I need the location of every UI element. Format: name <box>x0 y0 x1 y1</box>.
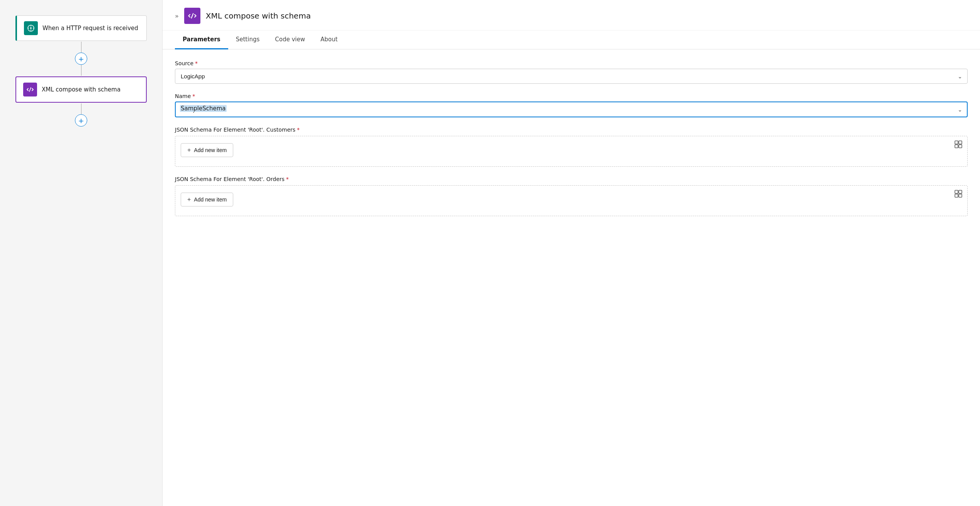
customers-required: * <box>297 127 300 133</box>
tab-about[interactable]: About <box>313 30 345 49</box>
svg-point-1 <box>31 25 31 26</box>
svg-rect-9 <box>955 190 958 193</box>
json-schema-customers-label: JSON Schema For Element 'Root'. Customer… <box>175 127 968 133</box>
tab-settings[interactable]: Settings <box>228 30 268 49</box>
add-orders-plus-icon: + <box>187 196 191 203</box>
source-select-wrapper: LogicApp Body Headers ⌄ <box>175 69 968 84</box>
name-label: Name * <box>175 93 968 99</box>
add-customers-item-button[interactable]: + Add new item <box>181 143 233 157</box>
name-select[interactable]: SampleSchema OtherSchema <box>175 102 968 117</box>
breadcrumb-arrow: » <box>175 12 179 20</box>
connector-line-2 <box>81 65 81 76</box>
svg-point-3 <box>31 30 31 31</box>
trigger-label: When a HTTP request is received <box>42 24 138 32</box>
svg-rect-11 <box>955 194 958 197</box>
name-select-wrapper: SampleSchema OtherSchema ⌄ SampleSchema <box>175 102 968 117</box>
svg-rect-6 <box>959 141 962 144</box>
panel-title: XML compose with schema <box>206 11 311 20</box>
json-schema-customers-section: JSON Schema For Element 'Root'. Customer… <box>175 127 968 167</box>
tabs-bar: Parameters Settings Code view About <box>163 30 980 49</box>
source-field: Source * LogicApp Body Headers ⌄ <box>175 60 968 84</box>
json-schema-orders-section: JSON Schema For Element 'Root'. Orders * <box>175 176 968 216</box>
json-schema-orders-label: JSON Schema For Element 'Root'. Orders * <box>175 176 968 182</box>
source-required: * <box>195 60 198 66</box>
customers-grid-icon[interactable] <box>954 142 963 150</box>
add-customers-plus-icon: + <box>187 147 191 154</box>
svg-rect-5 <box>955 141 958 144</box>
form-content: Source * LogicApp Body Headers ⌄ Name * … <box>163 49 980 227</box>
connector-line-3 <box>81 103 81 114</box>
orders-grid-icon[interactable] <box>954 191 963 200</box>
panel-header: » XML compose with schema <box>163 0 980 30</box>
trigger-node[interactable]: When a HTTP request is received <box>15 15 147 41</box>
add-step-button-2[interactable]: + <box>75 114 87 127</box>
svg-point-4 <box>28 28 29 29</box>
trigger-icon <box>24 21 38 35</box>
action-node-xml[interactable]: XML compose with schema <box>15 76 147 103</box>
source-select[interactable]: LogicApp Body Headers <box>175 69 968 84</box>
orders-toolbar <box>954 190 963 200</box>
svg-rect-12 <box>959 194 962 197</box>
svg-point-2 <box>33 28 34 29</box>
panel-action-icon <box>184 8 200 24</box>
svg-rect-8 <box>959 145 962 148</box>
tab-parameters[interactable]: Parameters <box>175 30 228 49</box>
add-step-button-1[interactable]: + <box>75 52 87 65</box>
json-schema-customers-box: + Add new item <box>175 136 968 167</box>
xml-action-icon <box>23 83 37 96</box>
orders-required: * <box>286 176 289 182</box>
connector-2: + <box>75 103 87 127</box>
json-schema-orders-box: + Add new item <box>175 185 968 216</box>
svg-rect-10 <box>959 190 962 193</box>
name-required: * <box>192 93 195 99</box>
name-field: Name * SampleSchema OtherSchema ⌄ Sample… <box>175 93 968 117</box>
action-label: XML compose with schema <box>42 86 120 94</box>
connector-line-1 <box>81 42 81 52</box>
detail-panel: » XML compose with schema Parameters Set… <box>162 0 980 506</box>
add-orders-item-button[interactable]: + Add new item <box>181 193 233 206</box>
connector-1: + <box>75 42 87 76</box>
svg-rect-7 <box>955 145 958 148</box>
source-label: Source * <box>175 60 968 66</box>
customers-toolbar <box>954 140 963 150</box>
workflow-canvas: When a HTTP request is received + XML co… <box>0 0 162 506</box>
tab-code-view[interactable]: Code view <box>267 30 313 49</box>
